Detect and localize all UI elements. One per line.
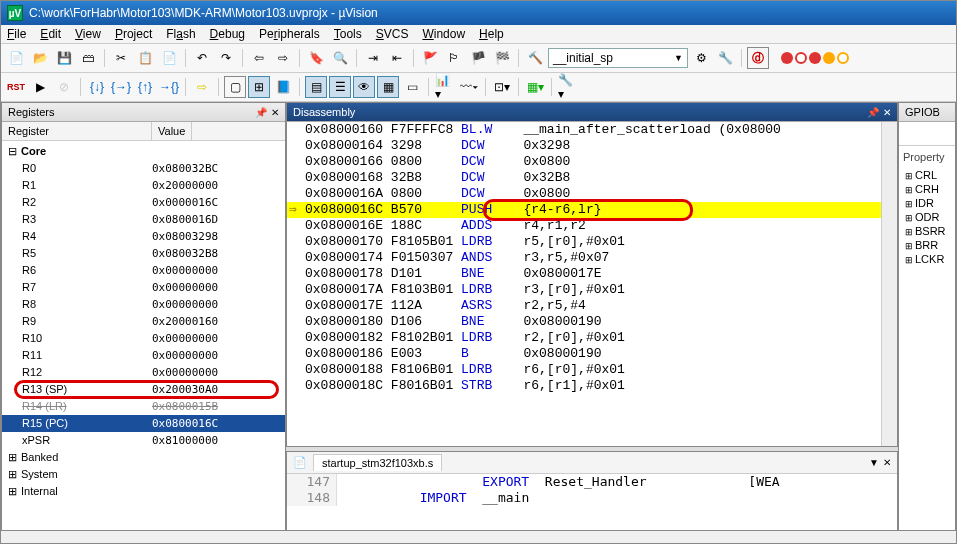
disasm-line[interactable]: 0x08000166 0800 DCW 0x0800 [287,154,881,170]
disasm-line[interactable]: 0x0800016A 0800 DCW 0x0800 [287,186,881,202]
callstack-button[interactable]: ☰ [329,76,351,98]
cut-button[interactable]: ✂ [110,47,132,69]
register-row[interactable]: R80x00000000 [2,296,285,313]
debug-button[interactable]: ⓓ [747,47,769,69]
redo-button[interactable]: ↷ [215,47,237,69]
register-row[interactable]: R90x20000160 [2,313,285,330]
show-next-button[interactable]: ⇨ [191,76,213,98]
pin-icon[interactable]: 📌 [255,107,267,118]
pin-icon[interactable]: 📌 [867,107,879,118]
flag4-button[interactable]: 🏁 [491,47,513,69]
registers-window-button[interactable]: ▤ [305,76,327,98]
source-line[interactable]: 148 IMPORT __main [287,490,897,506]
bookmark-button[interactable]: 🔖 [305,47,327,69]
gpiob-item[interactable]: BSRR [903,224,951,238]
trace-button[interactable]: 〰▾ [458,76,480,98]
menu-help[interactable]: Help [479,27,504,41]
find-button[interactable]: 🔍 [329,47,351,69]
disasm-line[interactable]: 0x0800017E 112A ASRS r2,r5,#4 [287,298,881,314]
disasm-line[interactable]: 0x0800018C F8016B01 STRB r6,[r1],#0x01 [287,378,881,394]
run-to-cursor-button[interactable]: →{} [158,76,180,98]
register-row[interactable]: R00x080032BC [2,160,285,177]
scrollbar-vertical[interactable] [881,122,897,446]
register-row[interactable]: R30x0800016D [2,211,285,228]
register-row[interactable]: R100x00000000 [2,330,285,347]
register-row[interactable]: R10x20000000 [2,177,285,194]
breakpoint-cond2-icon[interactable] [837,52,849,64]
flag3-button[interactable]: 🏴 [467,47,489,69]
memory-button[interactable]: ▦ [377,76,399,98]
reset-button[interactable]: RST [5,76,27,98]
outdent-button[interactable]: ⇤ [386,47,408,69]
disasm-line[interactable]: 0x08000170 F8105B01 LDRB r5,[r0],#0x01 [287,234,881,250]
register-row[interactable]: xPSR0x81000000 [2,432,285,449]
stop-button[interactable]: ⊘ [53,76,75,98]
copy-button[interactable]: 📋 [134,47,156,69]
menu-svcs[interactable]: SVCS [376,27,409,41]
register-row[interactable]: R50x080032B8 [2,245,285,262]
disasm-line[interactable]: 0x0800016C B570 PUSH {r4-r6,lr} [287,202,881,218]
menu-file[interactable]: File [7,27,26,41]
source-line[interactable]: 147 EXPORT Reset_Handler [WEA [287,474,897,490]
gpiob-item[interactable]: IDR [903,196,951,210]
registers-tree[interactable]: Core R00x080032BCR10x20000000R20x0000016… [2,141,285,530]
indent-button[interactable]: ⇥ [362,47,384,69]
toolbox-button[interactable]: ▦▾ [524,76,546,98]
disasm-line[interactable]: 0x08000186 E003 B 0x08000190 [287,346,881,362]
reg-group-banked[interactable]: Banked [2,449,285,466]
watch-button[interactable]: 👁 [353,76,375,98]
menu-peripherals[interactable]: Peripherals [259,27,320,41]
close-icon[interactable]: ✕ [883,457,891,468]
breakpoint2-icon[interactable] [809,52,821,64]
step-over-button[interactable]: {→} [110,76,132,98]
breakpoint-disabled-icon[interactable] [795,52,807,64]
disasm-line[interactable]: 0x08000178 D101 BNE 0x0800017E [287,266,881,282]
step-in-button[interactable]: {↓} [86,76,108,98]
register-row[interactable]: R13 (SP)0x200030A0 [2,381,285,398]
options-button[interactable]: ⚙ [690,47,712,69]
gpiob-list[interactable]: Property CRLCRHIDRODRBSRRBRRLCKR [899,146,955,271]
nav-forward-button[interactable]: ⇨ [272,47,294,69]
register-row[interactable]: R14 (LR)0x0800015B [2,398,285,415]
step-out-button[interactable]: {↑} [134,76,156,98]
run-button[interactable]: ▶ [29,76,51,98]
menu-flash[interactable]: Flash [166,27,195,41]
disasm-line[interactable]: 0x0800016E 188C ADDS r4,r1,r2 [287,218,881,234]
col-register[interactable]: Register [2,122,152,140]
menu-view[interactable]: View [75,27,101,41]
close-icon[interactable]: ✕ [271,107,279,118]
source-tab[interactable]: startup_stm32f103xb.s [313,454,442,471]
close-icon[interactable]: ✕ [883,107,891,118]
options2-button[interactable]: 🔧 [714,47,736,69]
disasm-line[interactable]: 0x0800017A F8103B01 LDRB r3,[r0],#0x01 [287,282,881,298]
disasm-line[interactable]: 0x08000160 F7FFFFC8 BL.W __main_after_sc… [287,122,881,138]
gpiob-item[interactable]: CRL [903,168,951,182]
system-button[interactable]: ⊡▾ [491,76,513,98]
menu-debug[interactable]: Debug [210,27,245,41]
disasm-line[interactable]: 0x08000182 F8102B01 LDRB r2,[r0],#0x01 [287,330,881,346]
register-row[interactable]: R20x0000016C [2,194,285,211]
register-row[interactable]: R40x08003298 [2,228,285,245]
tools-button[interactable]: 🔧▾ [557,76,579,98]
gpiob-item[interactable]: ODR [903,210,951,224]
window-disasm-button[interactable]: ⊞ [248,76,270,98]
gpiob-item[interactable]: BRR [903,238,951,252]
disasm-line[interactable]: 0x08000168 32B8 DCW 0x32B8 [287,170,881,186]
disasm-line[interactable]: 0x08000180 D106 BNE 0x08000190 [287,314,881,330]
menu-tools[interactable]: Tools [334,27,362,41]
flag-button[interactable]: 🚩 [419,47,441,69]
menu-window[interactable]: Window [422,27,465,41]
serial-button[interactable]: ▭ [401,76,423,98]
breakpoint-icon[interactable] [781,52,793,64]
register-row[interactable]: R70x00000000 [2,279,285,296]
new-file-button[interactable]: 📄 [5,47,27,69]
window-cmd-button[interactable]: ▢ [224,76,246,98]
register-row[interactable]: R15 (PC)0x0800016C [2,415,285,432]
disassembly-body[interactable]: 0x08000160 F7FFFFC8 BL.W __main_after_sc… [287,122,881,446]
register-row[interactable]: R120x00000000 [2,364,285,381]
register-row[interactable]: R60x00000000 [2,262,285,279]
register-row[interactable]: R110x00000000 [2,347,285,364]
reg-group-system[interactable]: System [2,466,285,483]
breakpoint-cond-icon[interactable] [823,52,835,64]
gpiob-item[interactable]: LCKR [903,252,951,266]
